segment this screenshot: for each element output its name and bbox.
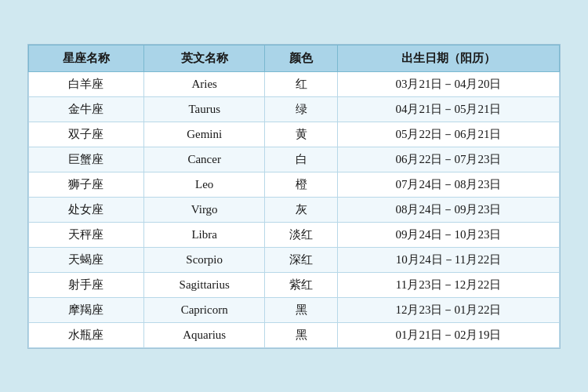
cell-dates: 06月22日－07月23日 <box>337 147 559 172</box>
table-row: 狮子座Leo橙07月24日－08月23日 <box>29 172 560 197</box>
cell-color: 黄 <box>265 122 338 147</box>
header-chinese-name: 星座名称 <box>29 45 144 71</box>
cell-chinese-name: 巨蟹座 <box>29 147 144 172</box>
cell-english-name: Leo <box>143 172 265 197</box>
cell-chinese-name: 双子座 <box>29 122 144 147</box>
cell-english-name: Cancer <box>143 147 265 172</box>
cell-english-name: Gemini <box>143 122 265 147</box>
cell-color: 紫红 <box>265 272 338 297</box>
cell-dates: 07月24日－08月23日 <box>337 172 559 197</box>
cell-english-name: Aries <box>143 71 265 96</box>
cell-color: 淡红 <box>265 222 338 247</box>
cell-chinese-name: 天蝎座 <box>29 247 144 272</box>
table-row: 射手座Sagittarius紫红11月23日－12月22日 <box>29 272 560 297</box>
cell-dates: 10月24日－11月22日 <box>337 247 559 272</box>
cell-english-name: Libra <box>143 222 265 247</box>
table-row: 双子座Gemini黄05月22日－06月21日 <box>29 122 560 147</box>
header-color: 颜色 <box>265 45 338 71</box>
cell-chinese-name: 摩羯座 <box>29 297 144 322</box>
cell-color: 红 <box>265 71 338 96</box>
cell-chinese-name: 金牛座 <box>29 96 144 122</box>
header-english-name: 英文名称 <box>143 45 265 71</box>
cell-dates: 03月21日－04月20日 <box>337 71 559 96</box>
cell-chinese-name: 射手座 <box>29 272 144 297</box>
cell-dates: 04月21日－05月21日 <box>337 96 559 122</box>
cell-chinese-name: 天秤座 <box>29 222 144 247</box>
table-row: 金牛座Taurus绿04月21日－05月21日 <box>29 96 560 122</box>
table-row: 巨蟹座Cancer白06月22日－07月23日 <box>29 147 560 172</box>
cell-english-name: Capricorn <box>143 297 265 322</box>
table-row: 处女座Virgo灰08月24日－09月23日 <box>29 197 560 222</box>
table-row: 天蝎座Scorpio深红10月24日－11月22日 <box>29 247 560 272</box>
cell-english-name: Virgo <box>143 197 265 222</box>
cell-color: 黑 <box>265 322 338 347</box>
header-dates: 出生日期（阳历） <box>337 45 559 71</box>
cell-dates: 01月21日－02月19日 <box>337 322 559 347</box>
cell-chinese-name: 狮子座 <box>29 172 144 197</box>
table-row: 天秤座Libra淡红09月24日－10月23日 <box>29 222 560 247</box>
cell-dates: 12月23日－01月22日 <box>337 297 559 322</box>
cell-chinese-name: 水瓶座 <box>29 322 144 347</box>
cell-dates: 05月22日－06月21日 <box>337 122 559 147</box>
cell-color: 灰 <box>265 197 338 222</box>
cell-english-name: Sagittarius <box>143 272 265 297</box>
cell-english-name: Taurus <box>143 96 265 122</box>
table-row: 水瓶座Aquarius黑01月21日－02月19日 <box>29 322 560 347</box>
cell-color: 深红 <box>265 247 338 272</box>
cell-english-name: Aquarius <box>143 322 265 347</box>
cell-color: 绿 <box>265 96 338 122</box>
cell-dates: 08月24日－09月23日 <box>337 197 559 222</box>
cell-dates: 09月24日－10月23日 <box>337 222 559 247</box>
cell-color: 白 <box>265 147 338 172</box>
table-row: 白羊座Aries红03月21日－04月20日 <box>29 71 560 96</box>
zodiac-table-wrapper: 星座名称 英文名称 颜色 出生日期（阳历） 白羊座Aries红03月21日－04… <box>27 44 561 349</box>
cell-chinese-name: 白羊座 <box>29 71 144 96</box>
cell-dates: 11月23日－12月22日 <box>337 272 559 297</box>
cell-color: 橙 <box>265 172 338 197</box>
cell-chinese-name: 处女座 <box>29 197 144 222</box>
table-row: 摩羯座Capricorn黑12月23日－01月22日 <box>29 297 560 322</box>
table-body: 白羊座Aries红03月21日－04月20日金牛座Taurus绿04月21日－0… <box>29 71 560 347</box>
zodiac-table: 星座名称 英文名称 颜色 出生日期（阳历） 白羊座Aries红03月21日－04… <box>28 45 560 348</box>
cell-color: 黑 <box>265 297 338 322</box>
table-header-row: 星座名称 英文名称 颜色 出生日期（阳历） <box>29 45 560 71</box>
cell-english-name: Scorpio <box>143 247 265 272</box>
